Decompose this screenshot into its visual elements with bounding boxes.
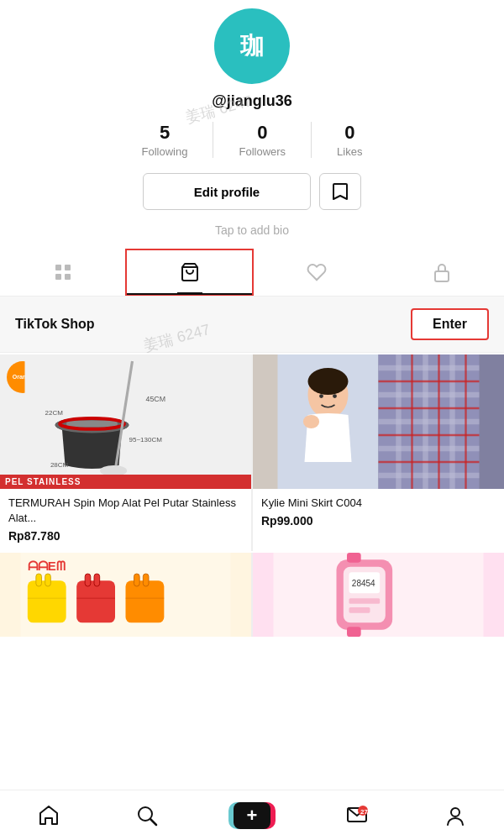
svg-rect-43 bbox=[45, 574, 51, 586]
nav-profile[interactable] bbox=[444, 805, 466, 827]
profile-icon bbox=[444, 805, 466, 827]
followers-count: 0 bbox=[257, 122, 267, 144]
products-grid: Orange 45CM 95~130CM 22CM bbox=[0, 354, 504, 551]
tab-shop[interactable] bbox=[125, 249, 254, 296]
bottom-nav: + 27 bbox=[0, 790, 504, 840]
shop-title: TikTok Shop bbox=[15, 317, 95, 332]
nav-home[interactable] bbox=[38, 805, 60, 827]
product-name-2: Kylie Mini Skirt C004 bbox=[261, 496, 496, 511]
svg-rect-60 bbox=[347, 553, 361, 563]
svg-point-20 bbox=[319, 394, 323, 398]
following-label: Following bbox=[142, 145, 188, 158]
sale-banner: PEL STAINLESS bbox=[0, 475, 251, 489]
product-image-2 bbox=[253, 354, 504, 489]
bags-illustration: ᗩᗩEᗰ bbox=[0, 553, 251, 637]
followers-stat[interactable]: 0 Followers bbox=[213, 122, 312, 158]
search-icon bbox=[136, 805, 158, 827]
device-illustration: 28454 bbox=[253, 553, 504, 637]
stats-row: 5 Following 0 Followers 0 Likes bbox=[117, 122, 388, 158]
svg-rect-45 bbox=[76, 581, 115, 623]
nav-inbox[interactable]: 27 bbox=[346, 805, 368, 827]
mop-illustration: 45CM 95~130CM 22CM 28CM TB02 bbox=[0, 354, 251, 489]
tab-liked[interactable] bbox=[254, 249, 379, 296]
svg-rect-49 bbox=[126, 581, 165, 623]
tab-private[interactable] bbox=[379, 249, 504, 296]
bottom-product-1[interactable]: ᗩᗩEᗰ bbox=[0, 553, 251, 637]
following-count: 5 bbox=[160, 122, 170, 144]
svg-rect-0 bbox=[55, 265, 61, 270]
bottom-product-2[interactable]: 28454 bbox=[253, 553, 504, 637]
svg-text:ᗩᗩEᗰ: ᗩᗩEᗰ bbox=[28, 559, 66, 573]
svg-rect-1 bbox=[65, 265, 71, 270]
tabs-row bbox=[0, 249, 504, 297]
svg-point-21 bbox=[333, 394, 337, 398]
svg-point-64 bbox=[451, 808, 459, 816]
svg-rect-41 bbox=[28, 581, 66, 623]
username: @jianglu36 bbox=[212, 92, 292, 110]
product-card-1[interactable]: Orange 45CM 95~130CM 22CM bbox=[0, 354, 251, 551]
svg-rect-61 bbox=[347, 627, 361, 638]
svg-rect-46 bbox=[85, 574, 91, 586]
svg-rect-2 bbox=[55, 274, 61, 280]
profile-buttons: Edit profile bbox=[143, 173, 361, 210]
svg-rect-58 bbox=[349, 599, 381, 605]
bottom-products-row: ᗩᗩEᗰ bbox=[0, 553, 504, 637]
svg-rect-50 bbox=[134, 574, 140, 586]
bookmark-button[interactable] bbox=[319, 173, 361, 210]
create-icon: + bbox=[247, 806, 258, 825]
notification-count: 27 bbox=[360, 808, 368, 816]
svg-text:45CM: 45CM bbox=[146, 395, 165, 403]
product-info-2: Kylie Mini Skirt C004 Rp99.000 bbox=[253, 489, 504, 536]
avatar-initials: 珈 bbox=[240, 30, 264, 62]
bottom-product-image-2: 28454 bbox=[253, 553, 504, 637]
grid-icon bbox=[54, 263, 72, 281]
svg-rect-47 bbox=[94, 574, 100, 586]
product-image-1: Orange 45CM 95~130CM 22CM bbox=[0, 354, 251, 489]
product-price-1: Rp87.780 bbox=[8, 529, 243, 543]
likes-count: 0 bbox=[344, 122, 354, 144]
heart-icon bbox=[307, 262, 327, 282]
lock-icon bbox=[433, 262, 451, 282]
svg-rect-59 bbox=[349, 607, 370, 613]
bookmark-icon bbox=[332, 182, 349, 201]
shop-banner: TikTok Shop Enter bbox=[0, 297, 504, 353]
product-name-1: TERMURAH Spin Mop Alat Pel Putar Stainle… bbox=[8, 496, 243, 526]
likes-stat[interactable]: 0 Likes bbox=[312, 122, 387, 158]
profile-section: 珈 @jianglu36 5 Following 0 Followers 0 L… bbox=[0, 0, 504, 249]
svg-rect-3 bbox=[65, 274, 71, 280]
avatar[interactable]: 珈 bbox=[214, 8, 290, 84]
svg-text:95~130CM: 95~130CM bbox=[129, 436, 163, 444]
svg-rect-42 bbox=[36, 574, 42, 586]
likes-label: Likes bbox=[337, 145, 362, 158]
svg-rect-8 bbox=[66, 420, 118, 427]
tab-grid[interactable] bbox=[0, 249, 125, 296]
nav-create[interactable]: + bbox=[234, 802, 270, 829]
skirt-illustration bbox=[253, 354, 504, 489]
home-icon bbox=[38, 805, 60, 827]
bottom-product-image-1: ᗩᗩEᗰ bbox=[0, 553, 251, 637]
svg-text:22CM: 22CM bbox=[45, 409, 64, 417]
product-price-2: Rp99.000 bbox=[261, 514, 496, 528]
enter-button[interactable]: Enter bbox=[411, 308, 489, 340]
edit-profile-button[interactable]: Edit profile bbox=[143, 173, 311, 210]
svg-text:28CM: 28CM bbox=[50, 461, 69, 469]
product-card-2[interactable]: Kylie Mini Skirt C004 Rp99.000 bbox=[253, 354, 504, 551]
svg-point-19 bbox=[308, 368, 349, 395]
bio-placeholder[interactable]: Tap to add bio bbox=[215, 223, 289, 237]
svg-rect-4 bbox=[435, 271, 449, 281]
shop-icon bbox=[180, 262, 200, 282]
svg-text:28454: 28454 bbox=[352, 579, 375, 588]
inbox-icon: 27 bbox=[346, 805, 368, 827]
followers-label: Followers bbox=[239, 145, 286, 158]
product-info-1: TERMURAH Spin Mop Alat Pel Putar Stainle… bbox=[0, 489, 251, 551]
svg-point-22 bbox=[303, 415, 319, 428]
following-stat[interactable]: 5 Following bbox=[117, 122, 214, 158]
tab-active-indicator bbox=[177, 292, 202, 294]
nav-search[interactable] bbox=[136, 805, 158, 827]
svg-line-63 bbox=[150, 819, 156, 825]
svg-rect-51 bbox=[143, 574, 149, 586]
